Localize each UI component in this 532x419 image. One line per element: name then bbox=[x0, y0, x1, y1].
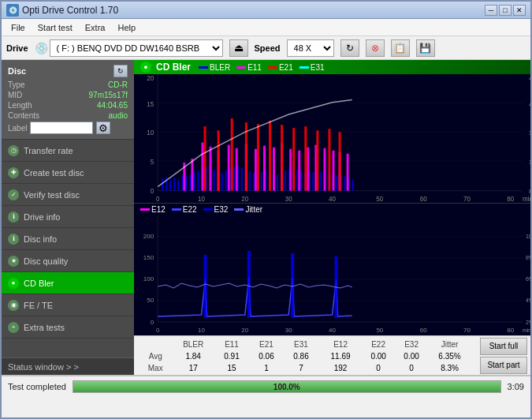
disc-quality-icon: ★ bbox=[8, 256, 19, 267]
cell-max-e21: 1 bbox=[251, 363, 282, 373]
cell-max-e22: 0 bbox=[363, 363, 394, 373]
svg-text:70: 70 bbox=[463, 196, 471, 203]
svg-rect-76 bbox=[202, 143, 204, 191]
svg-text:0: 0 bbox=[156, 196, 160, 203]
sidebar-item-disc-quality[interactable]: ★ Disc quality bbox=[2, 250, 134, 272]
svg-text:20: 20 bbox=[241, 196, 248, 203]
drive-label: Drive bbox=[6, 43, 28, 53]
svg-rect-28 bbox=[173, 178, 175, 190]
svg-rect-30 bbox=[181, 175, 183, 190]
svg-rect-90 bbox=[323, 148, 326, 191]
svg-text:60: 60 bbox=[420, 327, 427, 334]
svg-rect-40 bbox=[221, 173, 223, 190]
col-header-e31: E31 bbox=[284, 339, 318, 350]
svg-rect-43 bbox=[233, 167, 235, 191]
erase-button[interactable]: ⊗ bbox=[366, 39, 385, 57]
col-header-e12: E12 bbox=[320, 339, 361, 350]
svg-text:10: 10 bbox=[198, 327, 205, 334]
speed-select[interactable]: 48 X bbox=[287, 39, 334, 57]
menu-help[interactable]: Help bbox=[111, 21, 142, 34]
cell-avg-e12: 11.69 bbox=[320, 351, 361, 361]
sidebar: Disc ↻ Type CD-R MID 97m15s17f Length 44… bbox=[2, 60, 134, 375]
disc-type-value: CD-R bbox=[108, 80, 128, 89]
verify-test-disc-icon: ✓ bbox=[8, 189, 19, 200]
drive-info-label: Drive info bbox=[24, 212, 60, 222]
drive-info-icon: ℹ bbox=[8, 211, 19, 223]
save-button[interactable]: 💾 bbox=[416, 39, 435, 57]
copy-button[interactable]: 📋 bbox=[391, 39, 410, 57]
svg-text:10%: 10% bbox=[526, 234, 530, 239]
svg-rect-45 bbox=[241, 168, 243, 191]
cell-max-e12: 192 bbox=[320, 363, 361, 373]
svg-text:16 X: 16 X bbox=[529, 159, 530, 166]
col-header-e21: E21 bbox=[251, 339, 282, 350]
cell-avg-e21: 0.06 bbox=[251, 351, 282, 361]
upper-chart-svg: 0 5 10 15 20 0 10 20 30 40 50 60 70 bbox=[134, 74, 530, 203]
col-header-empty bbox=[139, 339, 172, 350]
extra-tests-label: Extra tests bbox=[24, 323, 65, 332]
disc-label-edit-button[interactable]: ⚙ bbox=[96, 122, 110, 134]
sidebar-item-verify-test-disc[interactable]: ✓ Verify test disc bbox=[2, 184, 134, 206]
svg-text:30: 30 bbox=[285, 327, 292, 334]
disc-info-icon: ℹ bbox=[8, 234, 19, 245]
close-button[interactable]: ✕ bbox=[513, 5, 526, 16]
title-bar: 💿 Opti Drive Control 1.70 ─ □ ✕ bbox=[2, 2, 530, 19]
drive-select[interactable]: ( F: ) BENQ DVD DD DW1640 BSRB bbox=[50, 39, 223, 57]
disc-label-input[interactable] bbox=[30, 122, 93, 134]
speed-label: Speed bbox=[255, 43, 281, 53]
svg-text:0: 0 bbox=[151, 188, 154, 195]
cd-bler-label: CD Bler bbox=[24, 279, 54, 288]
window-controls: ─ □ ✕ bbox=[485, 5, 526, 16]
svg-text:20: 20 bbox=[241, 327, 248, 334]
svg-rect-63 bbox=[312, 172, 314, 190]
menu-file[interactable]: File bbox=[5, 21, 32, 34]
svg-text:0: 0 bbox=[156, 327, 160, 334]
menu-extra[interactable]: Extra bbox=[79, 21, 112, 34]
disc-length-label: Length bbox=[8, 101, 32, 110]
sidebar-item-transfer-rate[interactable]: ◷ Transfer rate bbox=[2, 140, 134, 162]
svg-rect-73 bbox=[352, 179, 354, 190]
sidebar-item-cd-bler[interactable]: ● CD Bler bbox=[2, 272, 134, 294]
start-full-button[interactable]: Start full bbox=[480, 338, 527, 355]
cd-bler-icon: ● bbox=[8, 278, 19, 289]
menu-start-test[interactable]: Start test bbox=[32, 21, 79, 34]
start-part-button[interactable]: Start part bbox=[480, 357, 527, 374]
status-text: Test completed bbox=[8, 382, 66, 391]
disc-panel: Disc ↻ Type CD-R MID 97m15s17f Length 44… bbox=[2, 60, 134, 140]
chart-title: CD Bler bbox=[156, 62, 191, 73]
svg-text:50: 50 bbox=[376, 196, 383, 203]
svg-rect-82 bbox=[255, 149, 257, 191]
svg-rect-38 bbox=[214, 170, 215, 190]
sidebar-item-fe-te[interactable]: ◉ FE / TE bbox=[2, 294, 134, 316]
svg-rect-75 bbox=[191, 159, 193, 191]
svg-rect-25 bbox=[162, 178, 163, 190]
sidebar-item-drive-info[interactable]: ℹ Drive info bbox=[2, 206, 134, 228]
menu-bar: File Start test Extra Help bbox=[2, 19, 530, 36]
disc-label-label: Label bbox=[8, 124, 27, 133]
sidebar-item-create-test-disc[interactable]: ✚ Create test disc bbox=[2, 162, 134, 184]
sidebar-item-disc-info[interactable]: ℹ Disc info bbox=[2, 228, 134, 250]
eject-button[interactable]: ⏏ bbox=[229, 39, 248, 57]
svg-text:min: min bbox=[523, 196, 530, 203]
col-header-jitter: Jitter bbox=[429, 339, 471, 350]
status-window-button[interactable]: Status window > > bbox=[2, 357, 134, 375]
maximize-button[interactable]: □ bbox=[499, 5, 512, 16]
row-label-max: Max bbox=[139, 363, 172, 373]
extra-tests-icon: + bbox=[8, 322, 19, 333]
svg-rect-134 bbox=[291, 253, 294, 318]
cell-avg-bler: 1.84 bbox=[173, 351, 213, 361]
sidebar-item-extra-tests[interactable]: + Extra tests bbox=[2, 316, 134, 339]
svg-text:100: 100 bbox=[143, 275, 154, 282]
refresh-button[interactable]: ↻ bbox=[340, 39, 359, 57]
svg-text:50: 50 bbox=[147, 297, 154, 304]
svg-rect-60 bbox=[300, 171, 302, 190]
svg-rect-101 bbox=[292, 128, 295, 190]
svg-rect-69 bbox=[337, 175, 338, 190]
col-header-bler: BLER bbox=[173, 339, 213, 350]
minimize-button[interactable]: ─ bbox=[485, 5, 497, 16]
svg-rect-56 bbox=[285, 170, 286, 190]
svg-text:200: 200 bbox=[143, 233, 154, 240]
disc-refresh-button[interactable]: ↻ bbox=[113, 65, 128, 77]
svg-rect-34 bbox=[197, 170, 199, 190]
disc-length-value: 44:04.65 bbox=[97, 101, 128, 110]
